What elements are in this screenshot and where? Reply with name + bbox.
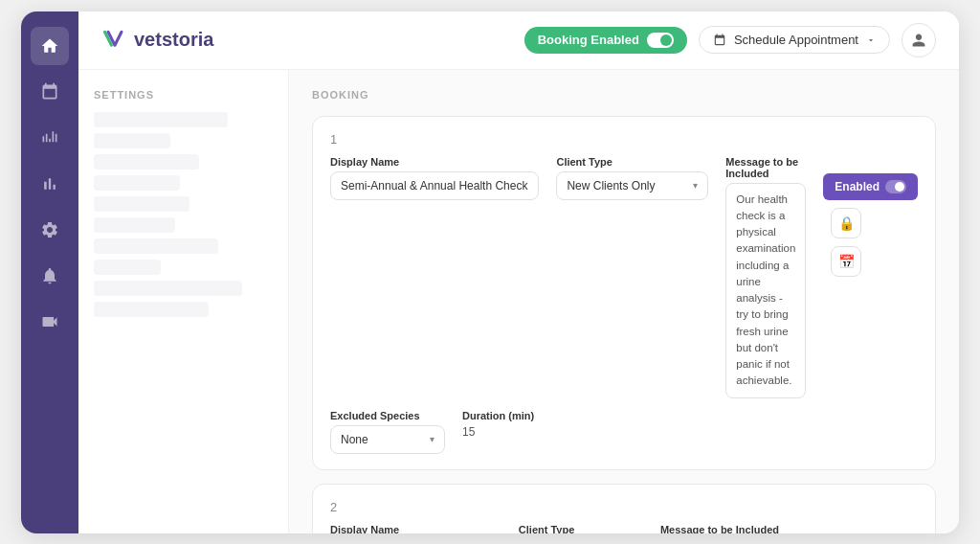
schedule-appointment-button[interactable]: Schedule Appointment — [699, 26, 890, 54]
enabled-toggle-1[interactable] — [885, 180, 906, 193]
display-name-col-1: Display Name Semi-Annual & Annual Health… — [330, 156, 539, 200]
client-type-col-2: Client Type All clients ▾ — [519, 524, 643, 533]
excluded-species-value-1: None — [341, 433, 368, 446]
display-name-value-1: Semi-Annual & Annual Health Check — [341, 179, 527, 193]
settings-item-4[interactable] — [94, 175, 180, 191]
card-bottom-row-1: Excluded Species None ▾ Duration (min) 1… — [330, 410, 918, 454]
client-type-value-1: New Clients Only — [567, 179, 655, 193]
lock-icon-btn-1[interactable]: 🔒 — [831, 208, 861, 238]
settings-item-5[interactable] — [94, 196, 189, 212]
booking-enabled-label: Booking Enabled — [538, 33, 639, 47]
appointment-card-1: 1 Display Name Semi-Annual & Annual Heal… — [312, 116, 936, 470]
card-actions-1: Enabled 🔒 📅 — [823, 156, 918, 277]
header: vetstoria Booking Enabled Schedule Appoi… — [78, 11, 959, 70]
settings-item-2[interactable] — [94, 133, 170, 148]
duration-label-1: Duration (min) — [462, 410, 534, 421]
settings-item-8[interactable] — [94, 260, 161, 275]
settings-item-3[interactable] — [94, 154, 199, 170]
client-type-label-1: Client Type — [556, 156, 708, 168]
chevron-down-icon-1: ▾ — [693, 180, 698, 191]
message-value-1[interactable]: Our health check is a physical examinati… — [725, 183, 806, 398]
logo: vetstoria — [101, 27, 213, 54]
sidebar-item-analytics[interactable] — [31, 119, 69, 157]
user-avatar-button[interactable] — [902, 23, 936, 57]
client-type-label-2: Client Type — [519, 524, 643, 533]
message-label-2: Message to be Included — [660, 524, 806, 533]
sidebar-item-calendar[interactable] — [31, 73, 69, 111]
card-row-1-top: Display Name Semi-Annual & Annual Health… — [330, 156, 918, 398]
booking-toggle[interactable] — [647, 33, 674, 48]
calendar-icon-btn-1[interactable]: 📅 — [831, 246, 861, 277]
excluded-species-label-1: Excluded Species — [330, 410, 445, 421]
message-col-1: Message to be Included Our health check … — [725, 156, 806, 398]
sidebar-item-bar-chart[interactable] — [31, 165, 69, 203]
message-label-1: Message to be Included — [725, 156, 806, 179]
settings-item-10[interactable] — [94, 302, 209, 317]
excluded-species-col-1: Excluded Species None ▾ — [330, 410, 445, 454]
main-content: vetstoria Booking Enabled Schedule Appoi… — [78, 11, 959, 533]
booking-section-title: BOOKING — [312, 89, 936, 101]
display-name-label-2: Display Name — [330, 524, 501, 533]
booking-enabled-button[interactable]: Booking Enabled — [524, 27, 687, 54]
calendar-icon — [713, 34, 726, 47]
card-number-2: 2 — [330, 500, 918, 514]
client-type-col-1: Client Type New Clients Only ▾ — [556, 156, 708, 200]
duration-col-1: Duration (min) 15 — [462, 410, 534, 439]
settings-item-6[interactable] — [94, 217, 175, 233]
duration-value-1: 15 — [462, 425, 534, 439]
card-actions-2: Enabled 🔒 📅 — [823, 524, 918, 533]
settings-item-7[interactable] — [94, 238, 218, 254]
chevron-down-icon — [866, 35, 876, 45]
card-number-1: 1 — [330, 132, 918, 147]
sidebar-item-video[interactable] — [31, 303, 69, 341]
main-sidebar — [21, 11, 78, 533]
appointment-card-2: 2 Display Name Consultation with Vaccina… — [312, 484, 936, 533]
settings-item-9[interactable] — [94, 281, 242, 296]
enabled-button-1[interactable]: Enabled — [823, 173, 918, 200]
logo-icon — [101, 27, 128, 54]
card-row-2-top: Display Name Consultation with Vaccinati… — [330, 524, 918, 533]
settings-sidebar-title: SETTINGS — [94, 89, 273, 101]
chevron-down-species-1: ▾ — [430, 434, 434, 444]
settings-sidebar: SETTINGS — [78, 70, 289, 533]
display-name-label-1: Display Name — [330, 156, 539, 168]
user-icon — [911, 33, 926, 48]
sidebar-item-home[interactable] — [31, 27, 69, 65]
excluded-species-select-1[interactable]: None ▾ — [330, 425, 445, 454]
status-label-1: Enabled — [835, 180, 880, 193]
body-area: SETTINGS BOOKING 1 — [78, 70, 959, 533]
display-name-col-2: Display Name Consultation with Vaccinati… — [330, 524, 501, 533]
header-right: Booking Enabled Schedule Appointment — [524, 23, 936, 57]
settings-item-1[interactable] — [94, 112, 228, 127]
sidebar-item-settings[interactable] — [31, 211, 69, 249]
icon-actions-1: 🔒 📅 — [831, 208, 918, 277]
display-name-select-1[interactable]: Semi-Annual & Annual Health Check — [330, 171, 539, 200]
booking-section: BOOKING 1 Display Name Semi-Annual & Ann… — [289, 70, 959, 533]
client-type-select-1[interactable]: New Clients Only ▾ — [556, 171, 708, 200]
logo-text: vetstoria — [134, 29, 213, 51]
schedule-btn-label: Schedule Appointment — [734, 33, 858, 47]
message-col-2: Message to be Included Prior to the appo… — [660, 524, 806, 533]
sidebar-item-notifications[interactable] — [31, 257, 69, 295]
